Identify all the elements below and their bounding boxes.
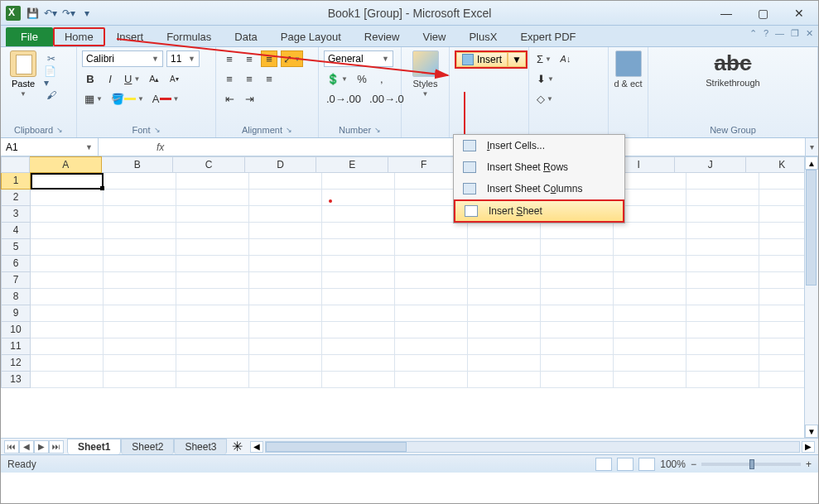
minimize-button[interactable] (719, 6, 734, 21)
cells-area[interactable]: document.write(Array.from({length:13},()… (31, 173, 819, 388)
qat-customize-icon[interactable]: ▾ (80, 7, 94, 20)
decrease-decimal-button[interactable]: .00→.0 (367, 90, 407, 107)
strikethrough-button[interactable]: abc Strikethrough (696, 50, 770, 88)
tab-insert[interactable]: Insert (105, 27, 156, 46)
workbook-restore-icon[interactable]: ❐ (791, 28, 799, 39)
column-header[interactable]: A (30, 156, 102, 173)
sheet-nav-next-icon[interactable]: ▶ (34, 440, 49, 454)
decrease-indent-button[interactable]: ⇤ (221, 90, 238, 107)
sheet-tab-3[interactable]: Sheet3 (174, 439, 227, 454)
format-painter-icon[interactable]: 🖌 (44, 89, 59, 102)
column-header[interactable]: F (388, 156, 460, 173)
number-format-combo[interactable]: General▼ (324, 50, 393, 67)
align-middle-button[interactable]: ≡ (241, 50, 258, 67)
name-box[interactable]: A1▼ (1, 138, 99, 156)
align-right-button[interactable]: ≡ (261, 70, 277, 87)
sheet-nav-first-icon[interactable]: ⏮ (4, 440, 19, 454)
menu-insert-rows[interactable]: Insert Sheet Rows (454, 156, 624, 178)
tab-page-layout[interactable]: Page Layout (269, 27, 353, 46)
horizontal-scrollbar[interactable]: ◀ ▶ (247, 441, 818, 453)
zoom-level[interactable]: 100% (660, 458, 686, 470)
align-bottom-button[interactable]: ≡ (261, 50, 277, 67)
maximize-button[interactable] (755, 6, 770, 21)
fx-icon[interactable]: fx (157, 142, 164, 153)
sheet-nav-prev-icon[interactable]: ◀ (19, 440, 34, 454)
normal-view-icon[interactable] (595, 458, 612, 471)
percent-button[interactable]: % (354, 70, 370, 87)
row-header[interactable]: 1 (1, 173, 31, 190)
menu-insert-columns[interactable]: Insert Sheet Columns (454, 178, 624, 199)
scroll-left-icon[interactable]: ◀ (250, 441, 263, 453)
scroll-up-icon[interactable]: ▲ (805, 156, 818, 170)
font-size-combo[interactable]: 11▼ (166, 50, 200, 67)
row-header[interactable]: 7 (1, 272, 31, 289)
row-header[interactable]: 3 (1, 206, 31, 223)
row-header[interactable]: 4 (1, 223, 31, 239)
bold-button[interactable]: B (82, 70, 99, 87)
tab-review[interactable]: Review (353, 27, 412, 46)
alignment-dialog-icon[interactable]: ↘ (286, 126, 292, 134)
find-select-button[interactable]: d & ect (614, 50, 643, 89)
align-left-button[interactable]: ≡ (221, 70, 238, 87)
vscroll-thumb[interactable] (806, 170, 817, 286)
grow-font-button[interactable]: A▴ (146, 70, 162, 87)
formula-bar[interactable]: fx (99, 138, 805, 156)
increase-decimal-button[interactable]: .0→.00 (324, 90, 364, 107)
paste-button[interactable]: Paste ▼ (6, 50, 41, 98)
shrink-font-button[interactable]: A▾ (166, 70, 182, 87)
tab-file[interactable]: File (6, 27, 53, 46)
row-header[interactable]: 10 (1, 322, 31, 338)
row-header[interactable]: 2 (1, 190, 31, 206)
zoom-out-icon[interactable]: − (691, 458, 696, 470)
fill-button[interactable]: ⬇▼ (534, 70, 556, 87)
new-sheet-icon[interactable]: ✳ (227, 439, 247, 454)
column-header[interactable]: C (173, 156, 245, 173)
workbook-close-icon[interactable]: ✕ (806, 28, 813, 39)
scroll-right-icon[interactable]: ▶ (802, 441, 815, 453)
scroll-down-icon[interactable]: ▼ (805, 425, 818, 438)
row-header[interactable]: 8 (1, 289, 31, 305)
row-header[interactable]: 11 (1, 338, 31, 355)
column-header[interactable]: E (316, 156, 388, 173)
tab-view[interactable]: View (411, 27, 457, 46)
copy-icon[interactable]: 📄▾ (44, 70, 59, 84)
redo-icon[interactable]: ↷▾ (62, 7, 75, 20)
save-icon[interactable]: 💾 (26, 7, 39, 20)
close-button[interactable] (792, 6, 807, 21)
clipboard-dialog-icon[interactable]: ↘ (56, 126, 63, 134)
menu-insert-sheet[interactable]: Insert Sheet (454, 199, 624, 223)
active-cell[interactable] (31, 173, 104, 190)
clear-button[interactable]: ◇▼ (534, 90, 556, 107)
row-header[interactable]: 6 (1, 256, 31, 272)
align-center-button[interactable]: ≡ (241, 70, 258, 87)
vertical-scrollbar[interactable]: ▲ ▼ (804, 156, 818, 438)
styles-button[interactable]: Styles ▼ (407, 50, 444, 98)
sheet-tab-2[interactable]: Sheet2 (121, 439, 174, 454)
borders-button[interactable]: ▦▼ (82, 90, 105, 107)
font-dialog-icon[interactable]: ↘ (154, 126, 161, 134)
row-header[interactable]: 9 (1, 305, 31, 322)
row-header[interactable]: 12 (1, 355, 31, 372)
font-color-button[interactable]: A▼ (150, 90, 182, 107)
sort-filter-button[interactable]: A↓ (557, 50, 574, 67)
column-header[interactable]: J (675, 156, 747, 173)
column-header[interactable]: B (102, 156, 174, 173)
undo-icon[interactable]: ↶▾ (44, 7, 57, 20)
sheet-tab-1[interactable]: Sheet1 (67, 439, 121, 454)
accounting-format-button[interactable]: 💲▼ (324, 70, 350, 87)
orientation-button[interactable]: ⤢▼ (281, 50, 303, 67)
underline-button[interactable]: U▼ (122, 70, 142, 87)
sheet-nav-last-icon[interactable]: ⏭ (49, 440, 64, 454)
tab-formulas[interactable]: Formulas (155, 27, 223, 46)
formula-bar-expand-icon[interactable]: ▾ (805, 138, 818, 156)
tab-plusx[interactable]: PlusX (457, 27, 508, 46)
number-dialog-icon[interactable]: ↘ (374, 126, 381, 134)
help-icon[interactable]: ? (764, 28, 768, 39)
column-header[interactable]: D (245, 156, 317, 173)
hscroll-thumb[interactable] (266, 442, 407, 452)
select-all-button[interactable] (1, 156, 30, 173)
tab-data[interactable]: Data (223, 27, 268, 46)
comma-button[interactable]: , (373, 70, 390, 87)
tab-expert-pdf[interactable]: Expert PDF (508, 27, 587, 46)
italic-button[interactable]: I (102, 70, 118, 87)
